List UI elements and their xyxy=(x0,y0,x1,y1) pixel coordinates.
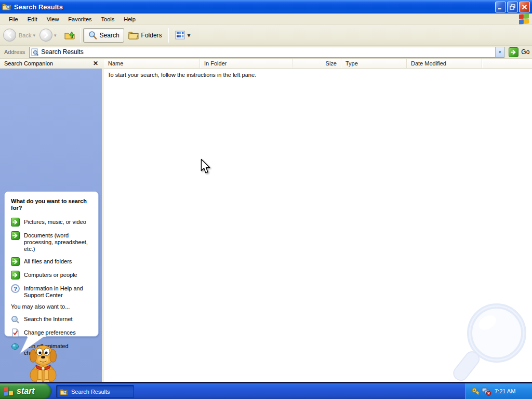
task-label: Search Results xyxy=(71,389,110,395)
go-arrow-icon xyxy=(511,49,516,55)
address-label: Address xyxy=(4,49,25,55)
option-label: All files and folders xyxy=(24,257,72,265)
go-button[interactable] xyxy=(509,47,518,57)
search-companion-title: Search Companion xyxy=(4,60,91,66)
address-bar: Address Search Results ▾ Go xyxy=(0,46,532,59)
search-options-bubble: What do you want to search for? Pictures… xyxy=(4,191,99,337)
windows-flag-icon xyxy=(4,386,14,396)
start-label: start xyxy=(17,387,35,396)
menu-bar: File Edit View Favorites Tools Help xyxy=(0,14,532,25)
column-headers: Name In Folder Size Type Date Modified xyxy=(104,59,532,69)
search-heading: What do you want to search for? xyxy=(11,198,93,211)
toolbar-separator xyxy=(168,28,169,43)
up-folder-icon xyxy=(64,29,75,41)
rover-dog-character[interactable] xyxy=(21,341,65,383)
window-content: Search Companion ✕ What do you want to s… xyxy=(0,59,532,382)
folders-icon xyxy=(128,31,139,39)
menu-file[interactable]: File xyxy=(4,15,23,24)
option-label: Computers or people xyxy=(24,271,77,278)
option-label: Change preferences xyxy=(24,328,76,336)
option-documents[interactable]: Documents (word processing, spreadsheet,… xyxy=(11,231,93,252)
column-in-folder[interactable]: In Folder xyxy=(200,59,292,68)
restore-button[interactable] xyxy=(507,2,518,12)
address-search-icon xyxy=(31,48,39,56)
task-search-folder-icon xyxy=(60,388,68,395)
secondary-heading: You may also want to... xyxy=(11,303,93,310)
column-name[interactable]: Name xyxy=(104,59,200,68)
search-toolbar-button[interactable]: Search xyxy=(83,28,124,43)
views-icon xyxy=(175,31,185,39)
option-pictures[interactable]: Pictures, music, or video xyxy=(11,218,93,227)
empty-results-message: To start your search, follow the instruc… xyxy=(104,69,532,78)
menu-edit[interactable]: Edit xyxy=(23,15,42,24)
start-button[interactable]: start xyxy=(0,383,51,399)
green-arrow-icon xyxy=(11,257,20,266)
close-pane-icon[interactable]: ✕ xyxy=(91,60,100,67)
option-label: Search the Internet xyxy=(24,315,73,323)
option-help-center[interactable]: ? Information in Help and Support Center xyxy=(11,284,93,299)
column-size[interactable]: Size xyxy=(292,59,341,68)
option-computers[interactable]: Computers or people xyxy=(11,271,93,280)
back-button-label: Back xyxy=(19,32,31,38)
option-search-internet[interactable]: Search the Internet xyxy=(11,315,93,324)
menu-help[interactable]: Help xyxy=(119,15,140,24)
search-icon xyxy=(88,31,97,40)
toolbar: Back ▾ ▾ Search xyxy=(0,25,532,46)
menu-view[interactable]: View xyxy=(42,15,64,24)
menu-tools[interactable]: Tools xyxy=(97,15,119,24)
internet-search-icon xyxy=(11,315,20,324)
tray-security-key-icon[interactable] xyxy=(471,387,480,396)
option-label: Information in Help and Support Center xyxy=(24,284,93,299)
folders-toolbar-button[interactable]: Folders xyxy=(124,29,166,42)
green-arrow-icon xyxy=(11,231,20,240)
column-type[interactable]: Type xyxy=(341,59,407,68)
taskbar-task-search-results[interactable]: Search Results xyxy=(56,385,134,398)
results-pane: Name In Folder Size Type Date Modified T… xyxy=(104,59,532,382)
views-dropdown-icon[interactable]: ▾ xyxy=(188,32,191,39)
search-companion-pane: Search Companion ✕ What do you want to s… xyxy=(0,59,104,382)
go-label[interactable]: Go xyxy=(521,48,529,56)
close-button[interactable] xyxy=(519,2,530,12)
window-title: Search Results xyxy=(14,3,63,11)
search-toolbar-label: Search xyxy=(100,32,119,39)
green-arrow-icon xyxy=(11,218,20,227)
address-input[interactable]: Search Results ▾ xyxy=(29,47,504,58)
windows-logo-icon xyxy=(519,14,529,24)
taskbar: start Search Results The Collection Book xyxy=(0,383,532,399)
toolbar-separator xyxy=(81,28,81,43)
views-button[interactable]: ▾ xyxy=(171,29,195,42)
magnifier-watermark xyxy=(435,301,529,384)
network-status-icon[interactable] xyxy=(482,387,491,396)
option-label: Pictures, music, or video xyxy=(24,218,86,225)
help-circle-icon: ? xyxy=(11,284,20,293)
search-companion-header: Search Companion ✕ xyxy=(0,59,104,69)
up-folder-button[interactable] xyxy=(64,29,75,42)
title-bar: Search Results xyxy=(0,0,532,14)
column-date-modified[interactable]: Date Modified xyxy=(407,59,482,68)
back-dropdown-icon[interactable]: ▾ xyxy=(33,33,35,38)
address-dropdown-button[interactable]: ▾ xyxy=(495,47,504,57)
green-arrow-icon xyxy=(11,271,20,280)
menu-favorites[interactable]: Favorites xyxy=(63,15,96,24)
forward-button[interactable] xyxy=(39,29,52,42)
taskbar-clock[interactable]: 7:21 AM xyxy=(495,388,515,394)
desktop-screen: Search Results File Edit View Favorites xyxy=(0,0,532,399)
column-filler xyxy=(482,59,532,68)
system-tray: 7:21 AM xyxy=(466,383,532,399)
chevron-down-icon: ▾ xyxy=(499,50,501,55)
option-label: Documents (word processing, spreadsheet,… xyxy=(24,231,93,252)
address-value: Search Results xyxy=(41,48,83,56)
folders-toolbar-label: Folders xyxy=(141,32,162,39)
search-companion-body: What do you want to search for? Pictures… xyxy=(0,69,104,382)
forward-dropdown-icon[interactable]: ▾ xyxy=(54,33,57,38)
back-button[interactable] xyxy=(3,29,16,42)
search-folder-icon xyxy=(2,3,11,11)
option-all-files[interactable]: All files and folders xyxy=(11,257,93,266)
minimize-button[interactable] xyxy=(495,2,506,12)
